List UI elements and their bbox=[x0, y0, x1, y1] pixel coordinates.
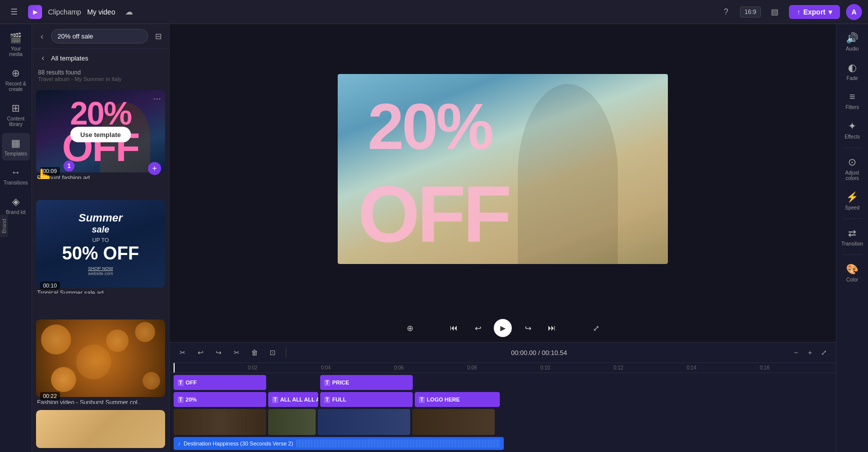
track-segment-full[interactable]: T FULL bbox=[320, 392, 413, 407]
audio-note-icon: ♪ bbox=[178, 440, 181, 447]
template-duration-1: 00:09 bbox=[40, 167, 60, 175]
sidebar-item-transitions[interactable]: ↔ Transitions bbox=[2, 162, 30, 190]
text-track-row-1: T OFF T PRICE bbox=[174, 375, 832, 390]
video-segment-4[interactable] bbox=[412, 409, 495, 435]
breadcrumb-label: All templates bbox=[51, 54, 88, 62]
ruler-mark-16: 0:16 bbox=[759, 365, 832, 370]
timeline-time-display: 00:00.00 / 00:10.54 bbox=[292, 349, 786, 356]
breadcrumb-back-button[interactable]: ‹ bbox=[38, 53, 48, 63]
adjust-colors-label: Adjust colors bbox=[840, 170, 864, 181]
video-segment-1[interactable] bbox=[174, 409, 266, 435]
zoom-fit-button[interactable]: ⤢ bbox=[818, 346, 830, 358]
right-panel-audio[interactable]: 🔊 Audio bbox=[838, 28, 866, 56]
play-button[interactable]: ▶ bbox=[494, 319, 512, 337]
results-info: 88 results found Travel album - My Summe… bbox=[32, 67, 169, 86]
rewind-button[interactable]: ↩ bbox=[470, 320, 486, 336]
track-type-icon: T bbox=[178, 380, 184, 386]
zoom-in-button[interactable]: + bbox=[804, 346, 816, 358]
track-type-icon-2: T bbox=[324, 380, 330, 386]
hamburger-icon[interactable]: ☰ bbox=[6, 4, 22, 20]
track-type-icon-4: T bbox=[272, 396, 278, 403]
right-panel-filters[interactable]: ≡ Filters bbox=[838, 87, 866, 114]
use-template-button[interactable]: Use template bbox=[71, 126, 131, 142]
video-canvas: 20% OFF bbox=[338, 74, 668, 264]
filters-icon: ≡ bbox=[849, 91, 855, 102]
search-input[interactable] bbox=[51, 29, 148, 44]
video-segment-2[interactable] bbox=[268, 409, 316, 435]
redo-button[interactable]: ↪ bbox=[212, 346, 226, 360]
right-panel-speed[interactable]: ⚡ Speed bbox=[838, 187, 866, 214]
ruler-mark-08: 0:08 bbox=[466, 365, 539, 370]
captions-icon[interactable]: ▤ bbox=[767, 4, 783, 20]
template-more-options[interactable]: ⋯ bbox=[153, 94, 161, 104]
speed-label: Speed bbox=[845, 205, 859, 210]
video-title[interactable]: My video bbox=[87, 8, 115, 16]
track-segment-logo[interactable]: T LOGO HERE bbox=[415, 392, 500, 407]
delete-button[interactable]: 🗑 bbox=[248, 346, 262, 360]
audio-track-row[interactable]: ♪ Destination Happiness (30 Seconds Vers… bbox=[174, 437, 504, 450]
select-tool-button[interactable]: ✂ bbox=[176, 346, 190, 360]
track-type-icon-3: T bbox=[178, 396, 184, 403]
ruler-mark-06: 0:06 bbox=[393, 365, 466, 370]
ruler-marks: 0:02 0:04 0:06 0:08 0:10 0:12 0:14 0:16 bbox=[174, 365, 832, 370]
sidebar-item-your-media[interactable]: 🎬 Your media bbox=[2, 28, 30, 61]
template-add-button-1[interactable]: + bbox=[148, 162, 161, 175]
undo-button[interactable]: ↩ bbox=[194, 346, 208, 360]
audio-icon: 🔊 bbox=[846, 32, 858, 44]
content-library-label: Content library bbox=[4, 116, 28, 127]
aspect-ratio-display[interactable]: 16:9 bbox=[740, 6, 760, 18]
fullscreen-button[interactable]: ⤢ bbox=[588, 320, 604, 336]
template-item-2[interactable]: Summer sale UP TO 50% OFF SHOP NOW websi… bbox=[36, 200, 165, 294]
filters-label: Filters bbox=[845, 104, 859, 110]
right-panel-transition[interactable]: ⇄ Transition bbox=[838, 223, 866, 250]
right-panel-fade[interactable]: ◐ Fade bbox=[838, 58, 866, 85]
transitions-label: Transitions bbox=[4, 180, 28, 186]
track-segment-20pct[interactable]: T 20% bbox=[174, 392, 266, 407]
template-item-4[interactable] bbox=[36, 410, 165, 448]
export-dropdown-icon: ▾ bbox=[828, 8, 832, 16]
template-2-percent: 50% OFF bbox=[62, 243, 139, 264]
skip-forward-button[interactable]: ⏭ bbox=[544, 320, 560, 336]
scene-icon[interactable]: ⊕ bbox=[402, 320, 418, 336]
search-row: ‹ ⊟ bbox=[32, 24, 169, 49]
sidebar-item-templates[interactable]: ▦ Templates bbox=[2, 133, 30, 160]
ruler-mark-14: 0:14 bbox=[686, 365, 759, 370]
app-logo: ▶ bbox=[28, 5, 42, 19]
template-item-3[interactable]: 00:22 Fashion video - Sunburst Summer co… bbox=[36, 320, 165, 404]
audio-title: Destination Happiness (30 Seconds Verse … bbox=[184, 440, 293, 446]
cut-button[interactable]: ✂ bbox=[230, 346, 244, 360]
save-cloud-icon[interactable]: ☁ bbox=[121, 4, 137, 20]
right-panel-effects[interactable]: ✦ Effects bbox=[838, 116, 866, 144]
track-segment-off[interactable]: T OFF bbox=[174, 375, 266, 390]
track-segment-all[interactable]: T ALL ALL ALL A bbox=[268, 392, 318, 407]
template-2-website: website.com bbox=[62, 271, 139, 276]
template-item-1[interactable]: 20% OFF ⋯ 00:09 + Use template 👆 1 Disco… bbox=[36, 90, 165, 179]
ruler-mark-10: 0:10 bbox=[539, 365, 612, 370]
sidebar-item-record-create[interactable]: ⊕ Record & create bbox=[2, 63, 30, 96]
avatar[interactable]: A bbox=[846, 4, 862, 20]
track-type-icon-6: T bbox=[419, 396, 425, 403]
your-media-label: Your media bbox=[4, 46, 28, 57]
skip-back-button[interactable]: ⏮ bbox=[446, 320, 462, 336]
zoom-out-button[interactable]: − bbox=[790, 346, 802, 358]
help-icon[interactable]: ? bbox=[718, 4, 734, 20]
split-button[interactable]: ⊡ bbox=[266, 346, 280, 360]
export-button[interactable]: ↑ Export ▾ bbox=[789, 5, 840, 19]
speed-icon: ⚡ bbox=[846, 191, 858, 203]
text-track-row-2: T 20% T ALL ALL ALL A T FULL T bbox=[174, 392, 832, 407]
right-panel-adjust-colors[interactable]: ⊙ Adjust colors bbox=[838, 152, 866, 185]
right-panel: 🔊 Audio ◐ Fade ≡ Filters ✦ Effects ⊙ Adj… bbox=[836, 24, 868, 452]
filter-button[interactable]: ⊟ bbox=[151, 30, 165, 44]
sidebar-item-content-library[interactable]: ⊞ Content library bbox=[2, 98, 30, 131]
track-segment-price[interactable]: T PRICE bbox=[320, 375, 413, 390]
track-type-icon-5: T bbox=[324, 396, 330, 403]
forward-button[interactable]: ↪ bbox=[520, 320, 536, 336]
brand-sidebar-tab[interactable]: Brand bbox=[0, 214, 8, 237]
video-segment-3[interactable] bbox=[318, 409, 410, 435]
transitions-icon: ↔ bbox=[11, 166, 21, 178]
playhead[interactable] bbox=[174, 363, 175, 372]
template-duration-3: 00:22 bbox=[40, 392, 60, 400]
right-panel-color[interactable]: 🎨 Color bbox=[838, 259, 866, 286]
topbar: ☰ ▶ Clipchamp My video ☁ ? 16:9 ▤ ↑ Expo… bbox=[0, 0, 868, 24]
panel-back-button[interactable]: ‹ bbox=[36, 30, 48, 42]
